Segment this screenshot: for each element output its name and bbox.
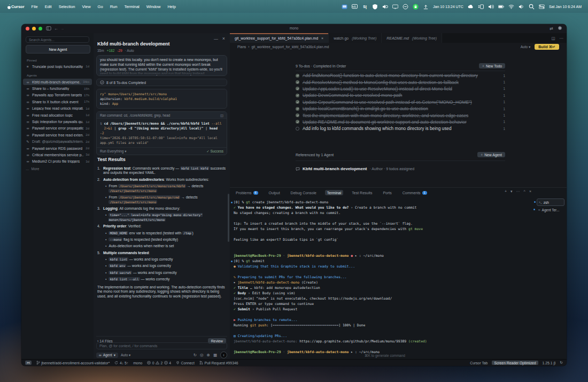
- chat-input[interactable]: [96, 342, 227, 349]
- volume-icon[interactable]: [488, 4, 494, 10]
- back-icon[interactable]: ←: [54, 26, 58, 32]
- todo-item[interactable]: Update GrpcurlCommand to use resolved pa…: [296, 99, 505, 105]
- battery-icon[interactable]: [498, 4, 504, 10]
- sidebar-agent-item[interactable]: ∞Critical memberships service p...3d: [23, 151, 92, 158]
- display-icon[interactable]: [392, 4, 398, 10]
- sidebar-agent-item[interactable]: ∞Paywall service RDS password ...2d: [23, 145, 92, 151]
- zoom-window-button[interactable]: [38, 27, 42, 30]
- sidebar-agent-item[interactable]: ∞Paywalls app Terraform targets17h: [23, 92, 92, 98]
- close-chat-icon[interactable]: ×: [222, 36, 225, 41]
- chat-scrollbar[interactable]: [228, 194, 229, 242]
- referencing-agent-row[interactable]: Kbfd multi-branch development · Author ·…: [296, 164, 505, 173]
- voice-icon[interactable]: ◎: [200, 353, 204, 357]
- todo-item[interactable]: Add info log to kbfd commands showing wh…: [296, 125, 505, 132]
- todo-item[interactable]: Add ResolveMono() method to MonoConfig t…: [296, 79, 505, 85]
- sound-icon[interactable]: [519, 4, 524, 10]
- stats-icon[interactable]: S|: [362, 4, 368, 10]
- todo-item[interactable]: Update README.md to document git worktre…: [296, 119, 505, 125]
- split-editor-icon[interactable]: ◫: [551, 36, 555, 41]
- todo-checked-icon[interactable]: [296, 113, 299, 117]
- version-label[interactable]: 1.25.1 β: [543, 361, 556, 365]
- close-window-button[interactable]: [26, 27, 29, 30]
- attach-icon[interactable]: ⊕: [207, 353, 210, 357]
- editor-tab[interactable]: watch.go (Working Tree): [329, 33, 382, 43]
- todo-unchecked-icon[interactable]: [296, 127, 299, 131]
- panel-tab-output[interactable]: Output: [267, 190, 282, 195]
- forward-icon[interactable]: →: [60, 26, 64, 32]
- sidebar-agent-item[interactable]: ∞Kbfd multi-branch developme...34m: [23, 79, 92, 85]
- volume-badge-icon[interactable]: [382, 4, 388, 10]
- sidebar-agent-item[interactable]: ∞Legacy free read unlock migrati...1d: [23, 105, 92, 112]
- project-name[interactable]: mono: [133, 361, 142, 365]
- sidebar-agent-item[interactable]: ∞Medium2 CI proto file triggers3d: [23, 158, 92, 165]
- lock-icon[interactable]: [413, 4, 419, 10]
- todo-checked-icon[interactable]: [296, 74, 299, 78]
- menu-help[interactable]: Help: [167, 4, 175, 9]
- sidebar-agent-item[interactable]: ≡Truncate post logic functionality1d: [23, 63, 92, 70]
- sidebar-agent-item[interactable]: ∞Share to X button click event17h: [23, 98, 92, 105]
- apple-menu-icon[interactable]: [6, 4, 11, 9]
- expand-icon[interactable]: ◫: [220, 113, 223, 117]
- todos-completed-bar[interactable]: 8 of 8 To-dos Completed: [96, 79, 227, 86]
- git-branch-status[interactable]: jbennett/add-enrollment-account-validato…: [36, 361, 110, 365]
- cloud-icon[interactable]: [468, 4, 474, 10]
- todo-item[interactable]: Update localCurrentBranch() in cmd/git.g…: [296, 105, 505, 112]
- new-terminal-icon[interactable]: +: [505, 189, 507, 194]
- run-everything-dropdown[interactable]: Run Everything ▾: [100, 149, 127, 154]
- minimize-chat-icon[interactable]: —: [214, 36, 218, 41]
- menubar-clock-utc[interactable]: Jan 10 13:24 UTC: [433, 5, 463, 9]
- panel-tab-comments[interactable]: Comments1: [400, 190, 429, 195]
- app-window-icon[interactable]: [342, 4, 347, 10]
- editor-tab[interactable]: git_worktree_support_for_kbfd_547a36c4.p…: [230, 33, 329, 43]
- new-agent-reference-button[interactable]: + New Agent: [477, 152, 505, 157]
- todo-item[interactable]: Update AppLoader.Load() to use ResolveMo…: [296, 86, 505, 92]
- sidebar-more-button[interactable]: … More: [26, 167, 39, 171]
- todo-item[interactable]: Test the implementation with main mono d…: [296, 112, 505, 118]
- pull-request-status[interactable]: Pull Request #99346: [199, 361, 238, 365]
- panel-tab-terminal[interactable]: Terminal: [325, 190, 343, 195]
- menu-file[interactable]: File: [32, 4, 38, 9]
- agent-mode-dropdown[interactable]: ∞ Agent ▾: [96, 353, 118, 358]
- model-dropdown[interactable]: Auto ▾: [121, 353, 130, 357]
- terminal-session-zsh[interactable]: >_zsh: [537, 198, 564, 206]
- git-sync-status[interactable]: 4↓ 5↑: [114, 361, 128, 365]
- breadcrumb-file[interactable]: git_worktree_support_for_kbfd_547a36c4.p…: [251, 45, 329, 49]
- search-icon[interactable]: [529, 4, 535, 10]
- auto-dropdown[interactable]: Auto ▾: [521, 45, 530, 49]
- menu-run[interactable]: Run: [110, 4, 118, 9]
- menu-view[interactable]: View: [82, 4, 90, 9]
- history-icon[interactable]: ↻: [194, 353, 197, 357]
- panel-tab-problems[interactable]: Problems6: [234, 190, 260, 195]
- sidebar-agent-item[interactable]: ✎Draft: @go/cmd/paywalls/intern...2d: [23, 139, 92, 145]
- sidebar-agent-item[interactable]: ∞Free read allocation logic1d: [23, 112, 92, 118]
- todo-checked-icon[interactable]: [296, 120, 299, 124]
- settings-gear-icon[interactable]: [558, 26, 562, 32]
- image-icon[interactable]: ▦: [213, 353, 217, 357]
- terminal-dropdown-icon[interactable]: ▾: [510, 189, 513, 194]
- panel-tab-test-results[interactable]: Test Results: [350, 190, 374, 195]
- panel-tab-ports[interactable]: Ports: [381, 190, 393, 195]
- ran-command-header[interactable]: Ran command: cd, ./core/kbfd/kbfd, grep,…: [97, 112, 227, 119]
- menu-go[interactable]: Go: [98, 4, 103, 9]
- terminal-output[interactable]: [0] % gt create jbennett/kbfd-auto-detec…: [234, 200, 536, 355]
- connect-button[interactable]: Connect: [176, 361, 195, 365]
- todo-checked-icon[interactable]: [296, 87, 299, 90]
- todo-checked-icon[interactable]: [296, 80, 299, 84]
- layout-toggle-icon[interactable]: ⇄: [550, 26, 553, 31]
- new-todo-button[interactable]: + New Todo: [479, 63, 505, 68]
- shield-icon[interactable]: [372, 4, 378, 10]
- toggle-sidebar-icon[interactable]: [46, 26, 51, 33]
- sidebar-agent-item[interactable]: ∞Paywall service error propagation2d: [23, 125, 92, 132]
- screen-reader-status[interactable]: Screen Reader Optimized: [492, 361, 538, 365]
- problems-status[interactable]: 0 2 4: [147, 361, 171, 365]
- close-tab-icon[interactable]: ×: [321, 36, 323, 40]
- build-button[interactable]: Build ⌘↵: [535, 44, 559, 50]
- panel-more-icon[interactable]: ⋯: [516, 189, 520, 194]
- editor-tab[interactable]: README.md (Working Tree): [382, 33, 442, 43]
- panel-tab-debug-console[interactable]: Debug Console: [289, 190, 319, 195]
- menu-edit[interactable]: Edit: [45, 4, 52, 9]
- search-agents-input[interactable]: [26, 36, 89, 43]
- sidebar-agent-item[interactable]: ∞Sqlc integration for paywalls qu...1d: [23, 118, 92, 125]
- menu-cursor[interactable]: Cursor: [11, 4, 25, 9]
- maximize-panel-icon[interactable]: ^: [524, 189, 525, 194]
